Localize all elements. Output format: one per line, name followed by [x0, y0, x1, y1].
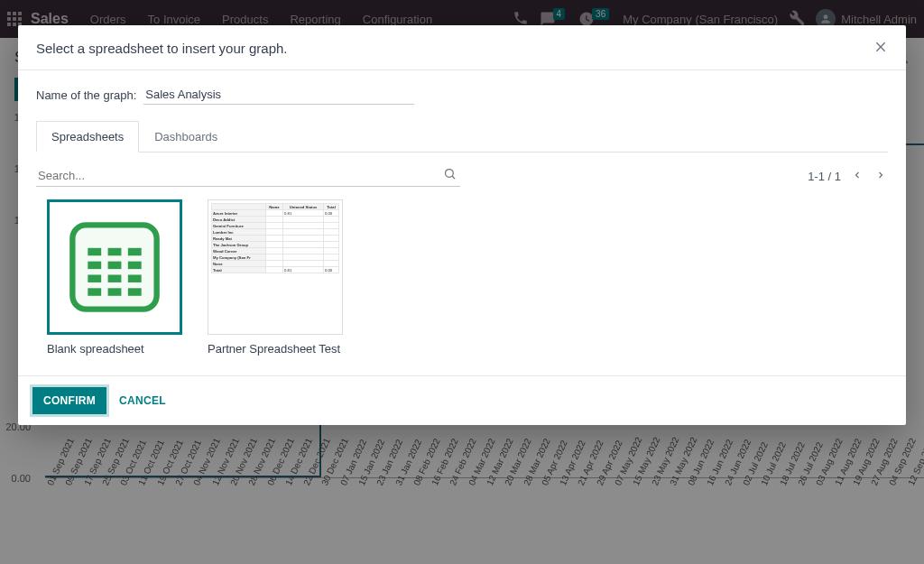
svg-rect-17: [128, 262, 142, 269]
graph-name-label: Name of the graph:: [36, 88, 136, 102]
blank-spreadsheet-thumb: [47, 199, 182, 335]
svg-point-10: [446, 170, 454, 178]
svg-rect-21: [88, 288, 101, 295]
search-icon[interactable]: [443, 167, 457, 183]
graph-name-input[interactable]: [143, 85, 414, 105]
card-blank-spreadsheet[interactable]: Blank spreadsheet: [47, 199, 182, 356]
modal-title: Select a spreadsheet to insert your grap…: [36, 41, 288, 56]
pager-text: 1-1 / 1: [808, 170, 841, 183]
spreadsheet-icon: [67, 219, 162, 315]
pager-next-icon[interactable]: [873, 168, 888, 185]
svg-rect-15: [88, 262, 101, 269]
card-partner-spreadsheet[interactable]: NameUntaxed StatusTotalAzure Interior0.8…: [208, 199, 343, 356]
svg-rect-18: [88, 274, 101, 282]
cancel-button[interactable]: CANCEL: [119, 394, 166, 407]
modal-header: Select a spreadsheet to insert your grap…: [18, 25, 906, 70]
tab-spreadsheets[interactable]: Spreadsheets: [36, 121, 139, 153]
svg-rect-14: [128, 248, 142, 255]
svg-rect-16: [108, 262, 122, 269]
svg-rect-20: [128, 274, 142, 282]
close-icon[interactable]: [873, 40, 888, 57]
search-input[interactable]: [36, 165, 460, 187]
svg-rect-12: [88, 248, 101, 255]
tab-dashboards[interactable]: Dashboards: [139, 121, 233, 153]
svg-rect-19: [108, 274, 122, 282]
svg-rect-22: [108, 288, 122, 295]
card-label: Blank spreadsheet: [47, 342, 182, 356]
partner-spreadsheet-thumb: NameUntaxed StatusTotalAzure Interior0.8…: [208, 199, 343, 335]
pager-prev-icon[interactable]: [850, 168, 864, 185]
card-label: Partner Spreadsheet Test: [208, 342, 343, 356]
svg-rect-23: [128, 288, 142, 295]
svg-rect-13: [108, 248, 122, 255]
confirm-button[interactable]: CONFIRM: [32, 387, 106, 414]
tabs: Spreadsheets Dashboards: [36, 121, 888, 153]
spreadsheet-modal: Select a spreadsheet to insert your grap…: [18, 25, 906, 425]
